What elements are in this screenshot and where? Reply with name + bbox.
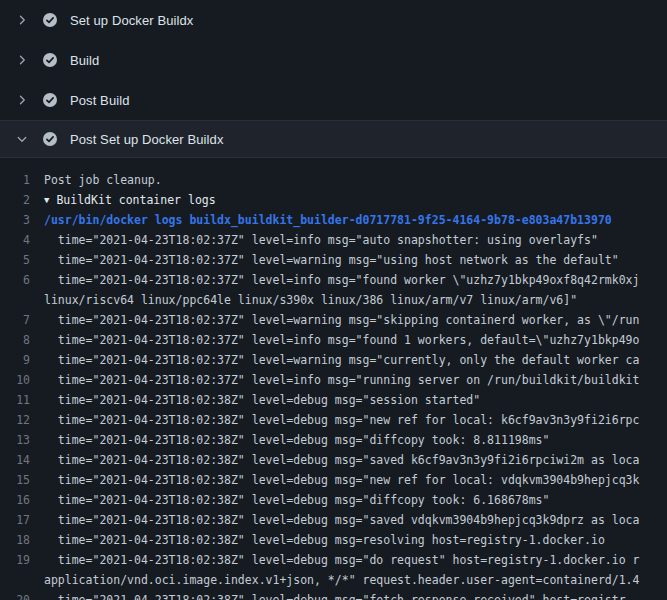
log-line: 13 time="2021-04-23T18:02:38Z" level=deb…	[0, 430, 667, 450]
log-line: 14 time="2021-04-23T18:02:38Z" level=deb…	[0, 450, 667, 470]
line-number	[0, 290, 44, 310]
chevron-down-icon	[16, 133, 32, 145]
line-number[interactable]: 16	[0, 490, 44, 510]
line-number[interactable]: 20	[0, 590, 44, 600]
log-text: Post job cleanup.	[44, 170, 667, 190]
log-text: time="2021-04-23T18:02:38Z" level=debug …	[44, 470, 667, 490]
group-label[interactable]: BuildKit container logs	[56, 193, 215, 207]
line-number[interactable]: 9	[0, 350, 44, 370]
chevron-right-icon	[16, 94, 32, 106]
log-text: time="2021-04-23T18:02:38Z" level=debug …	[44, 550, 667, 570]
log-line: 9 time="2021-04-23T18:02:37Z" level=warn…	[0, 350, 667, 370]
log-line: 1Post job cleanup.	[0, 170, 667, 190]
log-line-continuation: application/vnd.oci.image.index.v1+json,…	[0, 570, 667, 590]
log-text: time="2021-04-23T18:02:38Z" level=debug …	[44, 510, 667, 530]
line-number[interactable]: 13	[0, 430, 44, 450]
log-text: time="2021-04-23T18:02:38Z" level=debug …	[44, 410, 667, 430]
log-line: 6 time="2021-04-23T18:02:37Z" level=info…	[0, 270, 667, 290]
line-number[interactable]: 19	[0, 550, 44, 570]
log-line: 12 time="2021-04-23T18:02:38Z" level=deb…	[0, 410, 667, 430]
log-text: time="2021-04-23T18:02:38Z" level=debug …	[44, 530, 667, 550]
step-sections: Set up Docker Buildx Build Post Build Po…	[0, 0, 667, 158]
log-text: /usr/bin/docker logs buildx_buildkit_bui…	[44, 210, 667, 230]
triangle-down-icon[interactable]: ▼	[44, 190, 49, 210]
chevron-right-icon	[16, 14, 32, 26]
workflow-log-viewer: Set up Docker Buildx Build Post Build Po…	[0, 0, 667, 600]
chevron-right-icon	[16, 54, 32, 66]
log-text: time="2021-04-23T18:02:37Z" level=warnin…	[44, 310, 667, 330]
line-number	[0, 570, 44, 590]
log-line: 7 time="2021-04-23T18:02:37Z" level=warn…	[0, 310, 667, 330]
section-label: Post Set up Docker Buildx	[70, 132, 224, 147]
line-number[interactable]: 11	[0, 390, 44, 410]
check-circle-icon	[42, 52, 58, 68]
log-text: linux/riscv64 linux/ppc64le linux/s390x …	[44, 290, 667, 310]
log-text: application/vnd.oci.image.index.v1+json,…	[44, 570, 667, 590]
log-text: time="2021-04-23T18:02:38Z" level=debug …	[44, 490, 667, 510]
line-number[interactable]: 4	[0, 230, 44, 250]
log-line: 16 time="2021-04-23T18:02:38Z" level=deb…	[0, 490, 667, 510]
line-number[interactable]: 1	[0, 170, 44, 190]
log-line: 2▼BuildKit container logs	[0, 190, 667, 210]
section-label: Build	[70, 53, 99, 68]
log-line: 8 time="2021-04-23T18:02:37Z" level=info…	[0, 330, 667, 350]
log-line: 3/usr/bin/docker logs buildx_buildkit_bu…	[0, 210, 667, 230]
log-line: 20 time="2021-04-23T18:02:38Z" level=deb…	[0, 590, 667, 600]
log-line: 15 time="2021-04-23T18:02:38Z" level=deb…	[0, 470, 667, 490]
log-line: 11 time="2021-04-23T18:02:38Z" level=deb…	[0, 390, 667, 410]
check-circle-icon	[42, 92, 58, 108]
log-line: 5 time="2021-04-23T18:02:37Z" level=warn…	[0, 250, 667, 270]
log-text: time="2021-04-23T18:02:37Z" level=info m…	[44, 270, 667, 290]
section-label: Post Build	[70, 93, 130, 108]
section-header-post-set-up-docker-buildx[interactable]: Post Set up Docker Buildx	[0, 120, 667, 158]
log-text[interactable]: ▼BuildKit container logs	[44, 190, 667, 210]
log-text: time="2021-04-23T18:02:38Z" level=debug …	[44, 590, 667, 600]
line-number[interactable]: 17	[0, 510, 44, 530]
log-line: 4 time="2021-04-23T18:02:37Z" level=info…	[0, 230, 667, 250]
log-text: time="2021-04-23T18:02:38Z" level=debug …	[44, 430, 667, 450]
line-number[interactable]: 14	[0, 450, 44, 470]
section-label: Set up Docker Buildx	[70, 13, 193, 28]
line-number[interactable]: 6	[0, 270, 44, 290]
log-line: 19 time="2021-04-23T18:02:38Z" level=deb…	[0, 550, 667, 570]
line-number[interactable]: 18	[0, 530, 44, 550]
log-line: 18 time="2021-04-23T18:02:38Z" level=deb…	[0, 530, 667, 550]
line-number[interactable]: 12	[0, 410, 44, 430]
check-circle-icon	[42, 12, 58, 28]
log-text: time="2021-04-23T18:02:38Z" level=debug …	[44, 390, 667, 410]
line-number[interactable]: 8	[0, 330, 44, 350]
log-line-continuation: linux/riscv64 linux/ppc64le linux/s390x …	[0, 290, 667, 310]
log-line: 10 time="2021-04-23T18:02:37Z" level=inf…	[0, 370, 667, 390]
section-header-post-build[interactable]: Post Build	[0, 80, 667, 120]
log-text: time="2021-04-23T18:02:37Z" level=info m…	[44, 230, 667, 250]
line-number[interactable]: 15	[0, 470, 44, 490]
check-circle-icon	[42, 131, 58, 147]
section-header-build[interactable]: Build	[0, 40, 667, 80]
line-number[interactable]: 7	[0, 310, 44, 330]
log-text: time="2021-04-23T18:02:38Z" level=debug …	[44, 450, 667, 470]
line-number[interactable]: 10	[0, 370, 44, 390]
section-header-set-up-docker-buildx[interactable]: Set up Docker Buildx	[0, 0, 667, 40]
log-text: time="2021-04-23T18:02:37Z" level=info m…	[44, 330, 667, 350]
line-number[interactable]: 2	[0, 190, 44, 210]
log-text: time="2021-04-23T18:02:37Z" level=info m…	[44, 370, 667, 390]
log-line: 17 time="2021-04-23T18:02:38Z" level=deb…	[0, 510, 667, 530]
log-text: time="2021-04-23T18:02:37Z" level=warnin…	[44, 250, 667, 270]
line-number[interactable]: 3	[0, 210, 44, 230]
line-number[interactable]: 5	[0, 250, 44, 270]
log-lines: 1Post job cleanup.2▼BuildKit container l…	[0, 158, 667, 600]
log-text: time="2021-04-23T18:02:37Z" level=warnin…	[44, 350, 667, 370]
